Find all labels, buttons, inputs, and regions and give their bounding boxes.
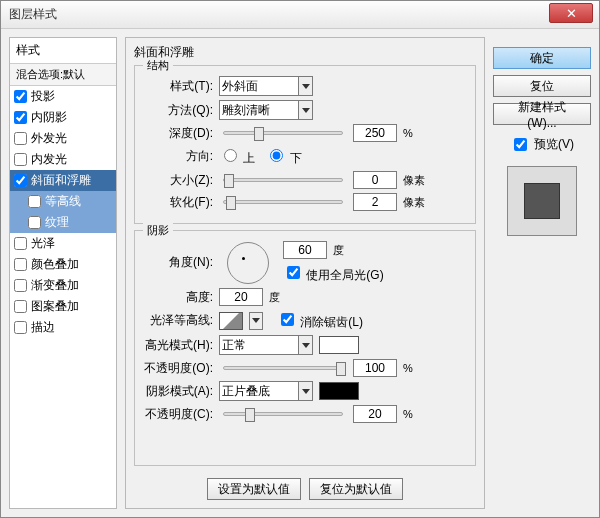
highlight-opacity-slider[interactable] [223, 366, 343, 370]
soften-input[interactable] [353, 193, 397, 211]
titlebar: 图层样式 ✕ [1, 1, 599, 29]
action-panel: 确定 复位 新建样式(W)... 预览(V) [493, 37, 591, 509]
cancel-button[interactable]: 复位 [493, 75, 591, 97]
chevron-down-icon [299, 76, 313, 96]
chk-pattern-overlay[interactable] [14, 300, 27, 313]
gloss-contour-label: 光泽等高线: [143, 312, 213, 329]
window-title: 图层样式 [9, 6, 57, 23]
make-default-button[interactable]: 设置为默认值 [207, 478, 301, 500]
shadow-opacity-input[interactable] [353, 405, 397, 423]
altitude-label: 高度: [143, 289, 213, 306]
structure-group: 结构 样式(T): 方法(Q): 深度(D): % 方向: [134, 65, 476, 224]
opt-texture[interactable]: 纹理 [10, 212, 116, 233]
angle-input[interactable] [283, 241, 327, 259]
soften-label: 软化(F): [143, 194, 213, 211]
soften-unit: 像素 [403, 195, 427, 210]
angle-dial[interactable] [227, 242, 269, 284]
ok-button[interactable]: 确定 [493, 47, 591, 69]
new-style-button[interactable]: 新建样式(W)... [493, 103, 591, 125]
chk-contour[interactable] [28, 195, 41, 208]
method-label: 方法(Q): [143, 102, 213, 119]
chk-texture[interactable] [28, 216, 41, 229]
chk-satin[interactable] [14, 237, 27, 250]
chk-bevel-emboss[interactable] [14, 174, 27, 187]
style-label: 样式(T): [143, 78, 213, 95]
opt-stroke[interactable]: 描边 [10, 317, 116, 338]
opt-satin[interactable]: 光泽 [10, 233, 116, 254]
shadow-opacity-unit: % [403, 408, 427, 420]
soften-slider[interactable] [223, 200, 343, 204]
chk-color-overlay[interactable] [14, 258, 27, 271]
opt-pattern-overlay[interactable]: 图案叠加 [10, 296, 116, 317]
opt-drop-shadow[interactable]: 投影 [10, 86, 116, 107]
shadow-opacity-label: 不透明度(C): [143, 406, 213, 423]
highlight-mode-select[interactable] [219, 335, 313, 355]
size-slider[interactable] [223, 178, 343, 182]
size-unit: 像素 [403, 173, 427, 188]
antialias-checkbox[interactable]: 消除锯齿(L) [277, 310, 363, 331]
altitude-unit: 度 [269, 290, 293, 305]
sidebar-header: 样式 [10, 38, 116, 64]
size-label: 大小(Z): [143, 172, 213, 189]
depth-input[interactable] [353, 124, 397, 142]
chk-inner-shadow[interactable] [14, 111, 27, 124]
chevron-down-icon [299, 381, 313, 401]
opt-inner-shadow[interactable]: 内阴影 [10, 107, 116, 128]
altitude-input[interactable] [219, 288, 263, 306]
direction-down[interactable]: 下 [265, 146, 301, 167]
highlight-opacity-input[interactable] [353, 359, 397, 377]
highlight-opacity-unit: % [403, 362, 427, 374]
chk-stroke[interactable] [14, 321, 27, 334]
angle-label: 角度(N): [143, 254, 213, 271]
layer-style-dialog: 图层样式 ✕ 样式 混合选项:默认 投影 内阴影 外发光 内发光 斜面和浮雕 等… [0, 0, 600, 518]
opt-contour[interactable]: 等高线 [10, 191, 116, 212]
shadow-mode-select[interactable] [219, 381, 313, 401]
chk-drop-shadow[interactable] [14, 90, 27, 103]
highlight-opacity-label: 不透明度(O): [143, 360, 213, 377]
chevron-down-icon [299, 100, 313, 120]
highlight-color-swatch[interactable] [319, 336, 359, 354]
reset-default-button[interactable]: 复位为默认值 [309, 478, 403, 500]
depth-slider[interactable] [223, 131, 343, 135]
global-light-checkbox[interactable]: 使用全局光(G) [283, 263, 384, 284]
preview-thumbnail [507, 166, 577, 236]
shadow-color-swatch[interactable] [319, 382, 359, 400]
chk-outer-glow[interactable] [14, 132, 27, 145]
chevron-down-icon [299, 335, 313, 355]
settings-panel: 斜面和浮雕 结构 样式(T): 方法(Q): 深度(D): % [125, 37, 485, 509]
method-select[interactable] [219, 100, 313, 120]
shading-title: 阴影 [143, 223, 173, 238]
angle-unit: 度 [333, 243, 357, 258]
depth-label: 深度(D): [143, 125, 213, 142]
styles-sidebar: 样式 混合选项:默认 投影 内阴影 外发光 内发光 斜面和浮雕 等高线 纹理 光… [9, 37, 117, 509]
shading-group: 阴影 角度(N): 度 使用全局光(G) 高度: 度 [134, 230, 476, 466]
style-select[interactable] [219, 76, 313, 96]
shadow-mode-label: 阴影模式(A): [143, 383, 213, 400]
blend-options-row[interactable]: 混合选项:默认 [10, 64, 116, 86]
depth-unit: % [403, 127, 427, 139]
chk-inner-glow[interactable] [14, 153, 27, 166]
opt-inner-glow[interactable]: 内发光 [10, 149, 116, 170]
opt-gradient-overlay[interactable]: 渐变叠加 [10, 275, 116, 296]
direction-up[interactable]: 上 [219, 146, 255, 167]
shadow-opacity-slider[interactable] [223, 412, 343, 416]
chk-gradient-overlay[interactable] [14, 279, 27, 292]
direction-label: 方向: [143, 148, 213, 165]
opt-outer-glow[interactable]: 外发光 [10, 128, 116, 149]
size-input[interactable] [353, 171, 397, 189]
opt-color-overlay[interactable]: 颜色叠加 [10, 254, 116, 275]
close-button[interactable]: ✕ [549, 3, 593, 23]
preview-checkbox[interactable]: 预览(V) [493, 135, 591, 154]
structure-title: 结构 [143, 58, 173, 73]
gloss-contour-picker[interactable] [219, 312, 243, 330]
highlight-mode-label: 高光模式(H): [143, 337, 213, 354]
opt-bevel-emboss[interactable]: 斜面和浮雕 [10, 170, 116, 191]
chevron-down-icon[interactable] [249, 312, 263, 330]
panel-title: 斜面和浮雕 [134, 44, 476, 61]
